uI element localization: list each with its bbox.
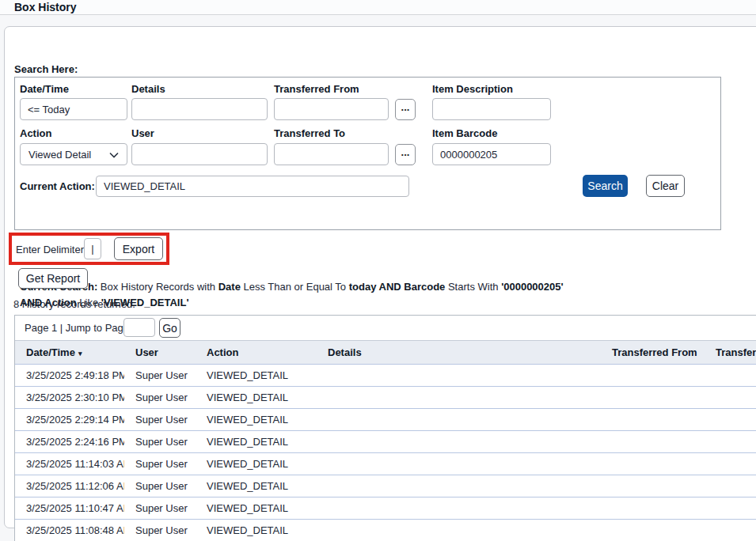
records-returned-summary: 8 History records returned. xyxy=(13,298,135,310)
action-select[interactable]: Viewed Detail xyxy=(20,143,127,165)
cell-action: VIEWED_DETAIL xyxy=(196,436,317,448)
datetime-label: Date/Time xyxy=(20,83,69,95)
box-history-page: Box History Search Here: Date/Time Detai… xyxy=(0,0,756,541)
action-select-value: Viewed Detail xyxy=(28,149,91,161)
current-action-label: Current Action: xyxy=(20,180,95,192)
cell-action: VIEWED_DETAIL xyxy=(196,524,317,536)
transferred-from-input[interactable] xyxy=(274,98,389,120)
column-header-date-time[interactable]: Date/Time▾ xyxy=(15,346,124,358)
chevron-down-icon xyxy=(109,149,119,161)
table-body: 3/25/2025 2:49:18 PMSuper UserVIEWED_DET… xyxy=(15,365,756,541)
cell-datetime: 3/25/2025 2:29:14 PM xyxy=(15,414,124,426)
column-header-transferred-from[interactable]: Transferred From xyxy=(601,346,705,358)
cell-user: Super User xyxy=(124,436,196,448)
cell-action: VIEWED_DETAIL xyxy=(196,480,317,492)
cell-action: VIEWED_DETAIL xyxy=(196,502,317,514)
item-description-label: Item Description xyxy=(432,83,513,95)
item-barcode-input[interactable] xyxy=(432,143,551,165)
table-row[interactable]: 3/25/2025 11:08:48 AMSuper UserVIEWED_DE… xyxy=(15,520,756,541)
table-row[interactable]: 3/25/2025 2:30:10 PMSuper UserVIEWED_DET… xyxy=(15,387,756,409)
user-label: User xyxy=(131,127,154,139)
page-indicator: Page 1 | Jump to Page: xyxy=(25,322,132,334)
sort-descending-icon: ▾ xyxy=(78,350,82,358)
table-row[interactable]: 3/25/2025 2:29:14 PMSuper UserVIEWED_DET… xyxy=(15,409,756,431)
page-title-bar xyxy=(0,0,756,15)
cell-datetime: 3/25/2025 2:30:10 PM xyxy=(15,392,124,403)
cell-action: VIEWED_DETAIL xyxy=(196,458,317,470)
cell-action: VIEWED_DETAIL xyxy=(196,414,317,426)
cell-user: Super User xyxy=(124,480,196,492)
details-label: Details xyxy=(131,83,165,95)
current-action-input[interactable] xyxy=(96,176,409,197)
delimiter-input[interactable] xyxy=(84,238,101,259)
cell-action: VIEWED_DETAIL xyxy=(196,392,317,403)
pagination-bar: Page 1 | Jump to Page: Go xyxy=(15,316,756,340)
column-header-details[interactable]: Details xyxy=(317,346,601,358)
transferred-to-label: Transferred To xyxy=(274,127,345,139)
cell-user: Super User xyxy=(124,369,196,381)
transferred-to-browse-button[interactable]: ... xyxy=(395,144,416,165)
clear-button[interactable]: Clear xyxy=(646,175,685,197)
go-button[interactable]: Go xyxy=(159,318,180,338)
table-row[interactable]: 3/25/2025 11:14:03 AMSuper UserVIEWED_DE… xyxy=(15,453,756,475)
table-header-row: Date/Time▾UserActionDetailsTransferred F… xyxy=(15,340,756,365)
action-label: Action xyxy=(20,127,51,139)
table-row[interactable]: 3/25/2025 11:10:47 AMSuper UserVIEWED_DE… xyxy=(15,497,756,520)
table-row[interactable]: 3/25/2025 2:49:18 PMSuper UserVIEWED_DET… xyxy=(15,365,756,387)
table-row[interactable]: 3/25/2025 11:12:06 AMSuper UserVIEWED_DE… xyxy=(15,475,756,497)
cell-datetime: 3/25/2025 11:14:03 AM xyxy=(15,458,124,470)
current-search-segment: Starts With xyxy=(445,281,501,293)
column-header-action[interactable]: Action xyxy=(196,346,317,358)
cell-action: VIEWED_DETAIL xyxy=(196,369,317,381)
cell-user: Super User xyxy=(124,414,196,426)
transferred-from-browse-button[interactable]: ... xyxy=(395,99,416,120)
cell-datetime: 3/25/2025 11:12:06 AM xyxy=(15,480,124,492)
cell-user: Super User xyxy=(124,458,196,470)
enter-delimiter-label: Enter Delimiter: xyxy=(16,244,87,255)
transferred-to-input[interactable] xyxy=(274,143,389,165)
column-header-user[interactable]: User xyxy=(124,346,196,358)
datetime-input[interactable] xyxy=(20,98,127,120)
cell-user: Super User xyxy=(124,502,196,514)
page-title: Box History xyxy=(14,1,77,13)
search-form: Date/Time Details Transferred From Item … xyxy=(14,77,721,230)
cell-datetime: 3/25/2025 11:08:48 AM xyxy=(15,524,124,536)
current-search-segment: today AND Barcode xyxy=(349,281,446,293)
table-row[interactable]: 3/25/2025 2:24:16 PMSuper UserVIEWED_DET… xyxy=(15,431,756,453)
history-table: Page 1 | Jump to Page: Go Date/Time▾User… xyxy=(14,315,756,541)
get-report-button[interactable]: Get Report xyxy=(18,268,88,289)
cell-user: Super User xyxy=(124,392,196,403)
cell-datetime: 3/25/2025 11:10:47 AM xyxy=(15,502,124,514)
export-button[interactable]: Export xyxy=(114,237,163,260)
cell-user: Super User xyxy=(124,524,196,536)
search-button[interactable]: Search xyxy=(583,175,628,197)
current-search-segment: Less Than or Equal To xyxy=(241,281,349,293)
item-description-input[interactable] xyxy=(432,98,551,120)
transferred-from-label: Transferred From xyxy=(274,83,359,95)
current-search-segment: Box History Records with xyxy=(97,281,218,293)
cell-datetime: 3/25/2025 2:24:16 PM xyxy=(15,436,124,448)
item-barcode-label: Item Barcode xyxy=(432,127,497,139)
search-here-label: Search Here: xyxy=(14,63,78,75)
user-input[interactable] xyxy=(131,143,268,165)
column-header-transferred-to[interactable]: Transferred To xyxy=(705,346,756,358)
cell-datetime: 3/25/2025 2:49:18 PM xyxy=(15,369,124,381)
jump-to-page-input[interactable] xyxy=(123,318,155,337)
current-search-segment: Date xyxy=(218,281,241,293)
details-input[interactable] xyxy=(131,98,268,120)
